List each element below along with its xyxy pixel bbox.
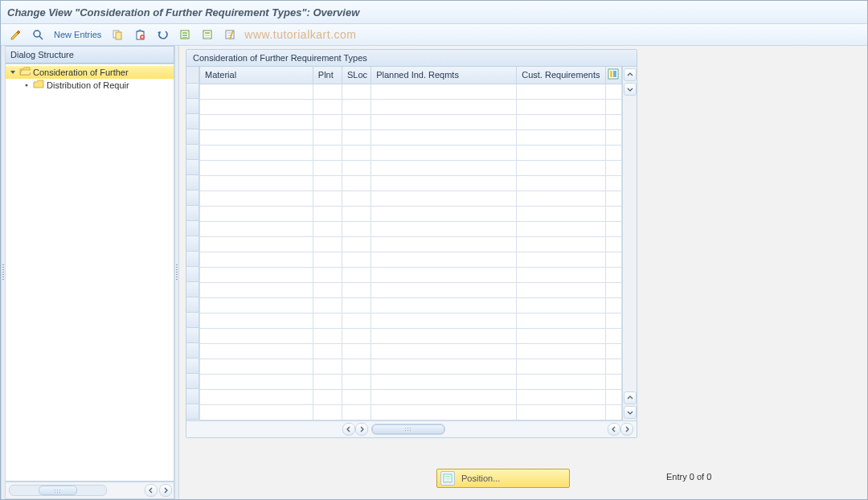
row-header[interactable] — [186, 175, 199, 191]
row-header[interactable] — [186, 160, 199, 175]
table-row[interactable] — [200, 160, 622, 175]
table-row[interactable] — [200, 191, 622, 206]
table-row[interactable] — [200, 236, 622, 252]
scroll-up-button[interactable] — [624, 68, 637, 81]
toggle-change-mode-button[interactable] — [6, 27, 25, 43]
app-window: Change View "Consideration of Further Re… — [0, 0, 868, 500]
tree-node-consideration[interactable]: Consideration of Further — [6, 66, 174, 79]
row-header[interactable] — [186, 145, 199, 160]
row-header[interactable] — [186, 374, 199, 389]
row-header[interactable] — [186, 84, 199, 99]
row-header[interactable] — [186, 359, 199, 374]
grid-table[interactable]: Material Plnt SLoc Planned Ind. Reqmts C… — [199, 67, 622, 420]
row-header[interactable] — [186, 191, 199, 206]
caret-down-icon[interactable] — [9, 68, 17, 76]
select-block-button[interactable] — [198, 27, 217, 43]
row-header[interactable] — [186, 328, 199, 343]
content-area: Consideration of Further Requirement Typ… — [179, 46, 867, 499]
col-sloc[interactable]: SLoc — [342, 67, 371, 84]
undo-icon — [157, 29, 168, 40]
scroll-up-button[interactable] — [624, 391, 637, 404]
scroll-right-button[interactable] — [159, 484, 172, 497]
row-header[interactable] — [186, 313, 199, 328]
tree-node-distribution[interactable]: Distribution of Requir — [6, 79, 174, 92]
row-header[interactable] — [186, 404, 199, 420]
grid-horizontal-scrollbar[interactable]: ::: — [186, 420, 637, 437]
table-row[interactable] — [200, 313, 622, 328]
scroll-right-button[interactable] — [620, 423, 633, 436]
table-row[interactable] — [200, 221, 622, 236]
entry-count-label: Entry 0 of 0 — [666, 469, 711, 482]
toolbar: New Entries — [1, 24, 867, 46]
table-row[interactable] — [200, 267, 622, 282]
delete-icon — [134, 29, 145, 40]
select-block-icon — [202, 29, 213, 40]
table-row[interactable] — [200, 297, 622, 313]
row-header[interactable] — [186, 99, 199, 114]
row-header[interactable] — [186, 389, 199, 404]
tree-bullet-icon — [23, 81, 31, 89]
svg-rect-11 — [205, 32, 210, 34]
row-header[interactable] — [186, 114, 199, 129]
table-row[interactable] — [200, 328, 622, 343]
tree-node-label: Distribution of Requir — [47, 80, 129, 90]
delete-button[interactable] — [130, 27, 149, 43]
table-row[interactable] — [200, 389, 622, 404]
sidebar-horizontal-scrollbar[interactable]: ::: — [6, 482, 174, 499]
table-row[interactable] — [200, 374, 622, 389]
table-row[interactable] — [200, 129, 622, 145]
table-row[interactable] — [200, 99, 622, 114]
scroll-left-button[interactable] — [342, 423, 355, 436]
row-header[interactable] — [186, 343, 199, 359]
table-row[interactable] — [200, 359, 622, 374]
svg-rect-8 — [182, 35, 187, 36]
grid-row-headers — [186, 67, 199, 420]
col-plnt[interactable]: Plnt — [313, 67, 342, 84]
row-header[interactable] — [186, 252, 199, 267]
table-row[interactable] — [200, 252, 622, 267]
deselect-all-button[interactable] — [220, 27, 240, 43]
col-planned-ind-reqmts[interactable]: Planned Ind. Reqmts — [371, 67, 517, 84]
row-header[interactable] — [186, 297, 199, 313]
table-row[interactable] — [200, 343, 622, 359]
scrollbar-thumb[interactable]: ::: — [372, 424, 444, 434]
row-header[interactable] — [186, 267, 199, 282]
col-cust-requirements[interactable]: Cust. Requirements — [517, 67, 606, 84]
scroll-left-button[interactable] — [145, 484, 158, 497]
folder-icon — [33, 80, 44, 91]
svg-rect-3 — [116, 32, 121, 39]
folder-open-icon — [19, 67, 31, 78]
col-material[interactable]: Material — [200, 67, 313, 84]
table-row[interactable] — [200, 114, 622, 129]
svg-rect-25 — [445, 481, 451, 482]
table-row[interactable] — [200, 145, 622, 160]
select-all-button[interactable] — [175, 27, 194, 43]
grid-vertical-scrollbar[interactable] — [622, 67, 637, 420]
table-row[interactable] — [200, 175, 622, 191]
row-header[interactable] — [186, 206, 199, 221]
scroll-left-button[interactable] — [608, 423, 620, 436]
magnifier-icon — [32, 29, 43, 40]
table-row[interactable] — [200, 84, 622, 99]
col-configure-button[interactable] — [605, 67, 621, 84]
table-row[interactable] — [200, 282, 622, 297]
position-button[interactable]: Position... — [436, 469, 570, 488]
svg-point-0 — [34, 31, 40, 37]
new-entries-button[interactable]: New Entries — [51, 30, 104, 39]
row-header[interactable] — [186, 236, 199, 252]
undo-button[interactable] — [153, 27, 172, 43]
grid-body: Material Plnt SLoc Planned Ind. Reqmts C… — [199, 67, 622, 420]
scroll-down-button[interactable] — [624, 406, 637, 419]
details-button[interactable] — [28, 27, 47, 43]
main-area: Dialog Structure Consideration of Furthe… — [1, 46, 867, 499]
copy-as-button[interactable] — [108, 27, 127, 43]
row-header[interactable] — [186, 129, 199, 145]
scroll-right-button[interactable] — [355, 423, 368, 436]
dialog-structure-tree[interactable]: Consideration of Further Distribution of… — [6, 64, 174, 482]
table-row[interactable] — [200, 404, 622, 420]
scrollbar-thumb[interactable]: ::: — [39, 486, 77, 495]
scroll-down-button[interactable] — [624, 83, 637, 96]
row-header[interactable] — [186, 221, 199, 236]
table-row[interactable] — [200, 206, 622, 221]
row-header[interactable] — [186, 282, 199, 297]
